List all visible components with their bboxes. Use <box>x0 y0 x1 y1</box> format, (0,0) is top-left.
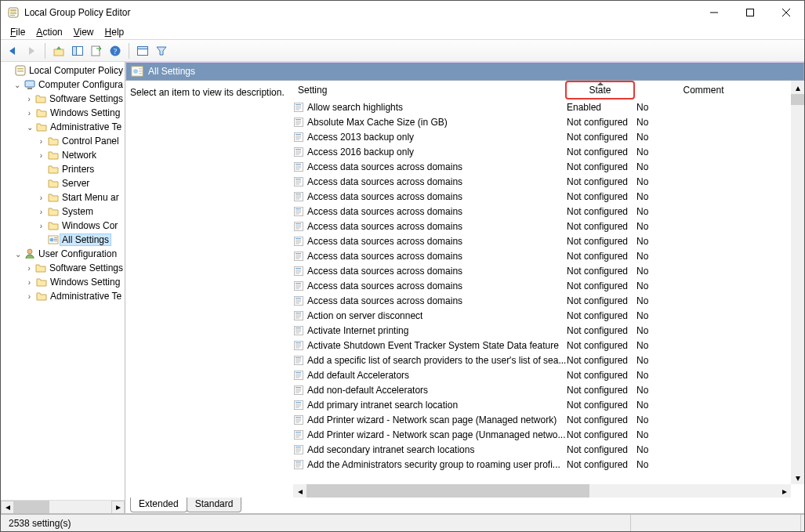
column-header-setting[interactable]: Setting <box>293 81 567 100</box>
tree-computer-config[interactable]: ⌄Computer Configura <box>3 78 125 92</box>
table-row[interactable]: Add Printer wizard - Network scan page (… <box>293 412 804 427</box>
tree-control-panel[interactable]: ›Control Panel <box>3 134 125 148</box>
svg-rect-81 <box>296 241 301 242</box>
svg-rect-95 <box>296 284 301 285</box>
table-row[interactable]: Access data sources across domainsNot co… <box>293 189 804 204</box>
setting-name: Access 2013 backup only <box>307 132 414 143</box>
tree-server[interactable]: Server <box>3 176 125 190</box>
table-row[interactable]: Access data sources across domainsNot co… <box>293 219 804 233</box>
tree-user-windows[interactable]: ›Windows Setting <box>3 275 125 289</box>
setting-icon <box>293 444 304 455</box>
minimize-button[interactable] <box>696 1 732 24</box>
setting-name: Add default Accelerators <box>307 370 409 381</box>
table-row[interactable]: Add Printer wizard - Network scan page (… <box>293 427 804 442</box>
table-row[interactable]: Add the Administrators security group to… <box>293 457 804 472</box>
export-list-button[interactable] <box>88 42 105 60</box>
svg-rect-56 <box>296 167 301 168</box>
tree-start-menu[interactable]: ›Start Menu ar <box>3 190 125 204</box>
svg-rect-124 <box>296 372 301 373</box>
tree-user-admin[interactable]: ›Administrative Te <box>3 289 125 303</box>
scrollbar-thumb[interactable] <box>306 484 589 498</box>
setting-name: Activate Shutdown Event Tracker System S… <box>307 340 559 351</box>
scrollbar-thumb[interactable] <box>791 94 804 105</box>
table-row[interactable]: Access data sources across domainsNot co… <box>293 204 804 219</box>
scroll-left-icon[interactable]: ◂ <box>1 501 14 514</box>
scroll-right-icon[interactable]: ▸ <box>111 501 125 514</box>
up-button[interactable] <box>50 42 67 60</box>
table-row[interactable]: Access data sources across domainsNot co… <box>293 159 804 174</box>
scrollbar-thumb[interactable] <box>14 501 49 514</box>
table-row[interactable]: Activate Internet printingNot configured… <box>293 323 804 338</box>
scroll-down-icon[interactable]: ▾ <box>791 471 804 484</box>
svg-rect-54 <box>296 164 301 165</box>
tree-user-config[interactable]: ⌄User Configuration <box>3 247 125 261</box>
maximize-button[interactable] <box>732 1 768 24</box>
setting-comment: No <box>636 266 774 277</box>
setting-state: Not configured <box>567 429 636 440</box>
table-row[interactable]: Access data sources across domainsNot co… <box>293 278 804 293</box>
svg-rect-61 <box>296 182 301 183</box>
list-vertical-scrollbar[interactable]: ▴ ▾ <box>791 81 804 484</box>
tree[interactable]: Local Computer Policy ⌄Computer Configur… <box>1 62 125 500</box>
table-row[interactable]: Add default AcceleratorsNot configuredNo <box>293 367 804 382</box>
forward-button[interactable] <box>23 42 40 60</box>
table-row[interactable]: Add non-default AcceleratorsNot configur… <box>293 382 804 397</box>
filter-button[interactable] <box>153 42 170 60</box>
close-button[interactable] <box>768 1 804 24</box>
table-row[interactable]: Absolute Max Cache Size (in GB)Not confi… <box>293 114 804 129</box>
setting-state: Not configured <box>567 325 636 336</box>
tab-extended[interactable]: Extended <box>130 498 187 512</box>
tree-all-settings[interactable]: All Settings <box>3 233 125 247</box>
folder-icon <box>35 262 47 274</box>
back-button[interactable] <box>4 42 21 60</box>
svg-rect-121 <box>296 360 301 361</box>
table-row[interactable]: Allow search highlightsEnabledNo <box>293 100 804 114</box>
setting-comment: No <box>636 355 774 366</box>
tree-windows-settings[interactable]: ›Windows Setting <box>3 106 125 120</box>
scroll-right-icon[interactable]: ▸ <box>778 484 791 498</box>
tree-software-settings[interactable]: ›Software Settings <box>3 92 125 106</box>
setting-comment: No <box>636 221 774 232</box>
table-row[interactable]: Add secondary intranet search locationsN… <box>293 442 804 457</box>
menu-view[interactable]: View <box>69 25 99 39</box>
menu-action[interactable]: Action <box>31 25 67 39</box>
tree-root[interactable]: Local Computer Policy <box>3 63 125 78</box>
scroll-left-icon[interactable]: ◂ <box>293 484 306 498</box>
setting-icon <box>293 370 304 381</box>
properties-button[interactable] <box>134 42 151 60</box>
table-row[interactable]: Access 2013 backup onlyNot configuredNo <box>293 129 804 144</box>
list-rows[interactable]: Allow search highlightsEnabledNoAbsolute… <box>293 100 804 484</box>
scroll-up-icon[interactable]: ▴ <box>791 81 804 94</box>
setting-icon <box>293 191 304 202</box>
tree-network[interactable]: ›Network <box>3 148 125 162</box>
svg-rect-70 <box>296 210 301 211</box>
column-header-state[interactable]: State <box>565 81 635 100</box>
menu-file[interactable]: File <box>5 25 30 39</box>
tree-windows-components[interactable]: ›Windows Cor <box>3 219 125 233</box>
tab-standard[interactable]: Standard <box>187 498 242 512</box>
tree-user-software[interactable]: ›Software Settings <box>3 261 125 275</box>
tree-horizontal-scrollbar[interactable]: ◂ ▸ <box>1 500 125 513</box>
svg-rect-18 <box>17 68 24 70</box>
table-row[interactable]: Access data sources across domainsNot co… <box>293 174 804 189</box>
app-icon <box>7 6 20 19</box>
show-hide-tree-button[interactable] <box>69 42 86 60</box>
svg-rect-79 <box>296 238 301 239</box>
table-row[interactable]: Access data sources across domainsNot co… <box>293 293 804 308</box>
tree-printers[interactable]: Printers <box>3 162 125 176</box>
column-header-comment[interactable]: Comment <box>635 81 772 100</box>
table-row[interactable]: Add a specific list of search providers … <box>293 353 804 367</box>
svg-rect-16 <box>138 46 148 49</box>
table-row[interactable]: Add primary intranet search locationNot … <box>293 397 804 412</box>
table-row[interactable]: Access 2016 backup onlyNot configuredNo <box>293 144 804 159</box>
table-row[interactable]: Access data sources across domainsNot co… <box>293 233 804 248</box>
tree-admin-templates[interactable]: ⌄Administrative Te <box>3 120 125 134</box>
table-row[interactable]: Access data sources across domainsNot co… <box>293 248 804 263</box>
help-button[interactable]: ? <box>107 42 124 60</box>
list-horizontal-scrollbar[interactable]: ◂ ▸ <box>293 484 791 498</box>
table-row[interactable]: Activate Shutdown Event Tracker System S… <box>293 338 804 353</box>
table-row[interactable]: Action on server disconnectNot configure… <box>293 308 804 323</box>
table-row[interactable]: Access data sources across domainsNot co… <box>293 263 804 278</box>
menu-help[interactable]: Help <box>100 25 129 39</box>
tree-system[interactable]: ›System <box>3 204 125 219</box>
